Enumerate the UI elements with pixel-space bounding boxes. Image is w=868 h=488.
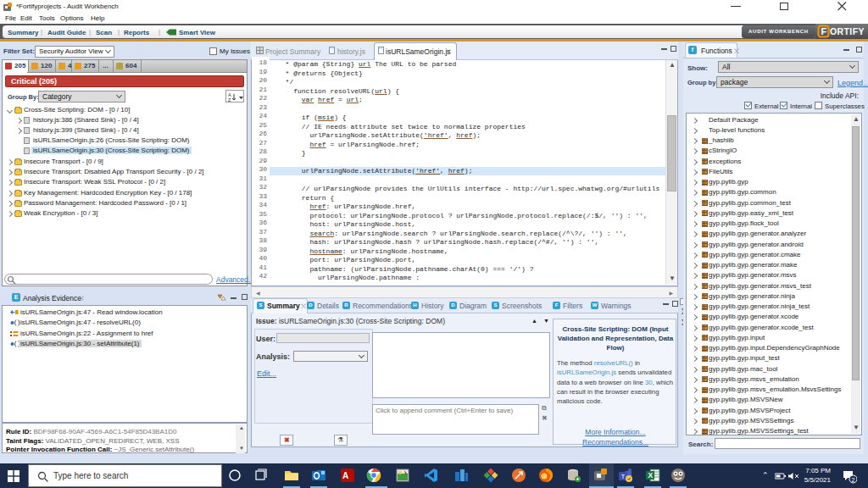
svg-text:T: T [621,473,626,480]
svg-text:F: F [821,26,827,36]
svg-text:ORTIFY: ORTIFY [830,26,865,36]
svg-text:A: A [342,471,348,480]
svg-text:2: 2 [852,477,855,483]
svg-text:X: X [648,471,654,480]
svg-text:Z: Z [228,97,231,103]
